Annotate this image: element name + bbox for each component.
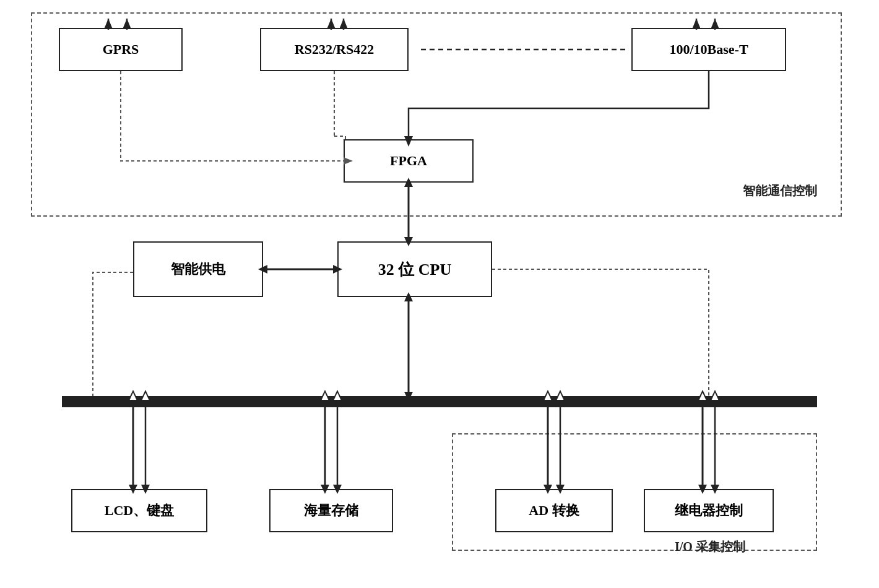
lcd-box: LCD、键盘	[71, 489, 207, 532]
relay-box: 继电器控制	[644, 489, 774, 532]
ethernet-box: 100/10Base-T	[631, 28, 786, 71]
storage-box: 海量存储	[269, 489, 393, 532]
system-bus	[62, 396, 817, 407]
ad-box: AD 转换	[495, 489, 613, 532]
fpga-box: FPGA	[344, 139, 474, 183]
comm-control-label: 智能通信控制	[743, 183, 817, 199]
cpu-box: 32 位 CPU	[337, 241, 492, 297]
gprs-box: GPRS	[59, 28, 183, 71]
architecture-diagram: 智能通信控制 I/O 采集控制 GPRS RS232/RS422 100/10B…	[0, 0, 879, 588]
power-box: 智能供电	[133, 241, 263, 297]
io-control-label: I/O 采集控制	[675, 538, 745, 555]
rs232-box: RS232/RS422	[260, 28, 409, 71]
